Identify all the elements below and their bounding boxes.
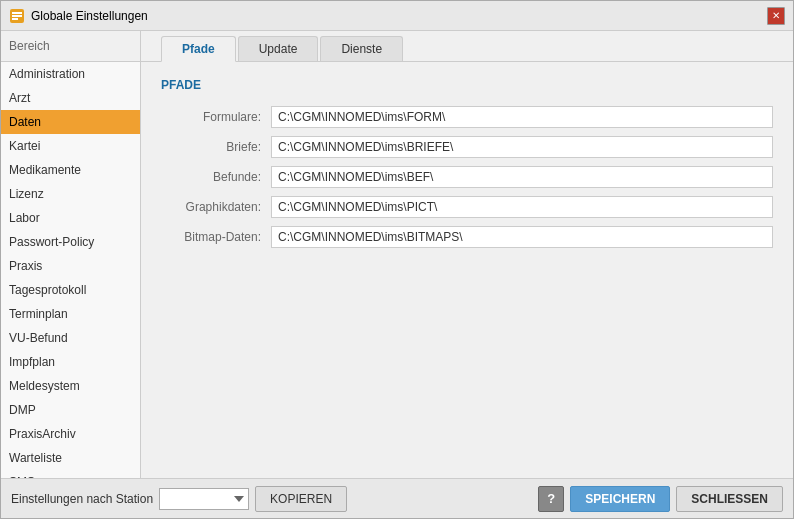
footer-right: ? SPEICHERN SCHLIESSEN: [538, 486, 783, 512]
station-select[interactable]: [159, 488, 249, 510]
graphikdaten-label: Graphikdaten:: [161, 200, 271, 214]
svg-rect-1: [12, 12, 22, 14]
kopieren-button[interactable]: KOPIEREN: [255, 486, 347, 512]
title-bar-left: Globale Einstellungen: [9, 8, 148, 24]
sidebar-item-sms[interactable]: SMS: [1, 470, 140, 478]
content-area: Bereich Pfade Update Dienste Administrat…: [1, 31, 793, 478]
path-row-graphikdaten: Graphikdaten:: [161, 196, 773, 218]
graphikdaten-input[interactable]: [271, 196, 773, 218]
speichern-button[interactable]: SPEICHERN: [570, 486, 670, 512]
path-row-formulare: Formulare:: [161, 106, 773, 128]
sidebar-item-meldesystem[interactable]: Meldesystem: [1, 374, 140, 398]
sidebar-item-tagesprotokoll[interactable]: Tagesprotokoll: [1, 278, 140, 302]
sidebar-item-administration[interactable]: Administration: [1, 62, 140, 86]
app-icon: [9, 8, 25, 24]
sidebar-item-daten[interactable]: Daten: [1, 110, 140, 134]
title-bar: Globale Einstellungen ✕: [1, 1, 793, 31]
sidebar-item-passwort-policy[interactable]: Passwort-Policy: [1, 230, 140, 254]
sidebar-item-terminplan[interactable]: Terminplan: [1, 302, 140, 326]
path-row-befunde: Befunde:: [161, 166, 773, 188]
footer: Einstellungen nach Station KOPIEREN ? SP…: [1, 478, 793, 518]
tabs-area: Pfade Update Dienste: [141, 31, 793, 61]
panel-section-title: PFADE: [161, 78, 773, 92]
sidebar-item-praxis[interactable]: Praxis: [1, 254, 140, 278]
bitmap-label: Bitmap-Daten:: [161, 230, 271, 244]
path-row-bitmap: Bitmap-Daten:: [161, 226, 773, 248]
sidebar-item-arzt[interactable]: Arzt: [1, 86, 140, 110]
sidebar-item-impfplan[interactable]: Impfplan: [1, 350, 140, 374]
path-row-briefe: Briefe:: [161, 136, 773, 158]
tab-dienste[interactable]: Dienste: [320, 36, 403, 61]
main-row: Administration Arzt Daten Kartei Medikam…: [1, 62, 793, 478]
schliessen-button[interactable]: SCHLIESSEN: [676, 486, 783, 512]
befunde-input[interactable]: [271, 166, 773, 188]
sidebar-item-warteliste[interactable]: Warteliste: [1, 446, 140, 470]
bitmap-input[interactable]: [271, 226, 773, 248]
sidebar-item-dmp[interactable]: DMP: [1, 398, 140, 422]
bereich-label: Bereich: [1, 31, 141, 61]
sidebar-item-lizenz[interactable]: Lizenz: [1, 182, 140, 206]
einstellungen-label: Einstellungen nach Station: [11, 492, 153, 506]
help-button[interactable]: ?: [538, 486, 564, 512]
sidebar-item-vu-befund[interactable]: VU-Befund: [1, 326, 140, 350]
dialog: Globale Einstellungen ✕ Bereich Pfade Up…: [0, 0, 794, 519]
formulare-label: Formulare:: [161, 110, 271, 124]
close-button[interactable]: ✕: [767, 7, 785, 25]
tab-update[interactable]: Update: [238, 36, 319, 61]
sidebar-item-medikamente[interactable]: Medikamente: [1, 158, 140, 182]
footer-left: Einstellungen nach Station KOPIEREN: [11, 486, 347, 512]
tab-pfade[interactable]: Pfade: [161, 36, 236, 62]
sidebar-item-praxisarchiv[interactable]: PraxisArchiv: [1, 422, 140, 446]
header-row: Bereich Pfade Update Dienste: [1, 31, 793, 62]
svg-rect-2: [12, 15, 22, 17]
panel: PFADE Formulare: Briefe: Befunde: Graphi…: [141, 62, 793, 478]
befunde-label: Befunde:: [161, 170, 271, 184]
formulare-input[interactable]: [271, 106, 773, 128]
briefe-label: Briefe:: [161, 140, 271, 154]
sidebar-item-kartei[interactable]: Kartei: [1, 134, 140, 158]
sidebar: Administration Arzt Daten Kartei Medikam…: [1, 62, 141, 478]
dialog-title: Globale Einstellungen: [31, 9, 148, 23]
sidebar-item-labor[interactable]: Labor: [1, 206, 140, 230]
svg-rect-3: [12, 18, 18, 20]
briefe-input[interactable]: [271, 136, 773, 158]
